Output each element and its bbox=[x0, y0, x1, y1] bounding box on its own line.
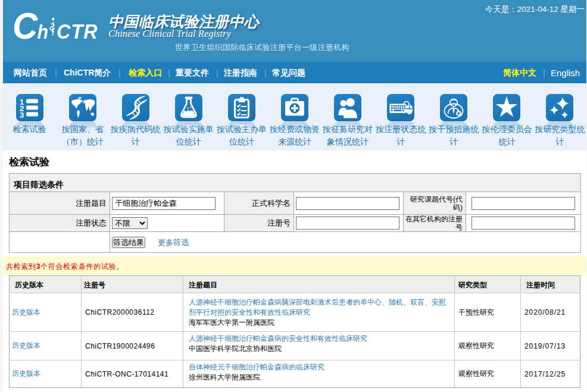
svg-text:3: 3 bbox=[20, 111, 24, 120]
